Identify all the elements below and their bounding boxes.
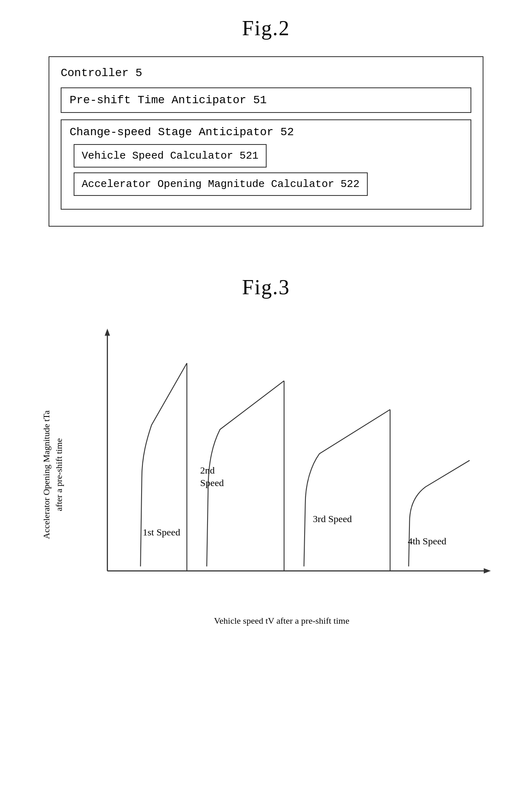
fig3-section: Fig.3 Accelerator Opening Magnitude tTaa… [24, 275, 508, 626]
svg-marker-1 [104, 329, 110, 336]
page: Fig.2 Controller 5 Pre-shift Time Antici… [0, 0, 532, 788]
4th-speed-label: 4th Speed [408, 536, 446, 546]
fig2-section: Fig.2 Controller 5 Pre-shift Time Antici… [24, 16, 508, 227]
changespeed-label: Change-speed Stage Anticipator 52 [70, 126, 294, 138]
vsc-box: Vehicle Speed Calculator 521 [74, 144, 267, 168]
y-axis-label: Accelerator Opening Magnitude tTaafter a… [40, 410, 66, 539]
aomc-box: Accelerator Opening Magnitude Calculator… [74, 172, 368, 196]
x-axis-label: Vehicle speed tV after a pre-shift time [72, 616, 492, 626]
aomc-label: Accelerator Opening Magnitude Calculator… [82, 178, 360, 190]
svg-marker-3 [483, 568, 490, 573]
chart-container: 1st Speed 2nd Speed 3rd Speed [72, 323, 492, 626]
svg-text:Speed: Speed [200, 478, 224, 488]
chart-svg-element: 1st Speed 2nd Speed 3rd Speed [72, 323, 492, 606]
chart-svg: 1st Speed 2nd Speed 3rd Speed [72, 323, 492, 608]
controller-box: Controller 5 Pre-shift Time Anticipator … [49, 56, 483, 227]
1st-speed-label: 1st Speed [142, 527, 180, 537]
chart-area: Accelerator Opening Magnitude tTaafter a… [40, 323, 492, 626]
preshift-module-box: Pre-shift Time Anticipator 51 [61, 87, 471, 113]
inner-modules: Vehicle Speed Calculator 521 Accelerator… [70, 144, 462, 201]
2nd-speed-label: 2nd [200, 465, 214, 476]
controller-label: Controller 5 [61, 67, 471, 79]
preshift-label: Pre-shift Time Anticipator 51 [70, 94, 267, 106]
changespeed-module-box: Change-speed Stage Anticipator 52 Vehicl… [61, 119, 471, 210]
vsc-label: Vehicle Speed Calculator 521 [82, 150, 259, 162]
fig2-title: Fig.2 [24, 16, 508, 40]
3rd-speed-label: 3rd Speed [313, 514, 352, 524]
fig3-title: Fig.3 [24, 275, 508, 299]
